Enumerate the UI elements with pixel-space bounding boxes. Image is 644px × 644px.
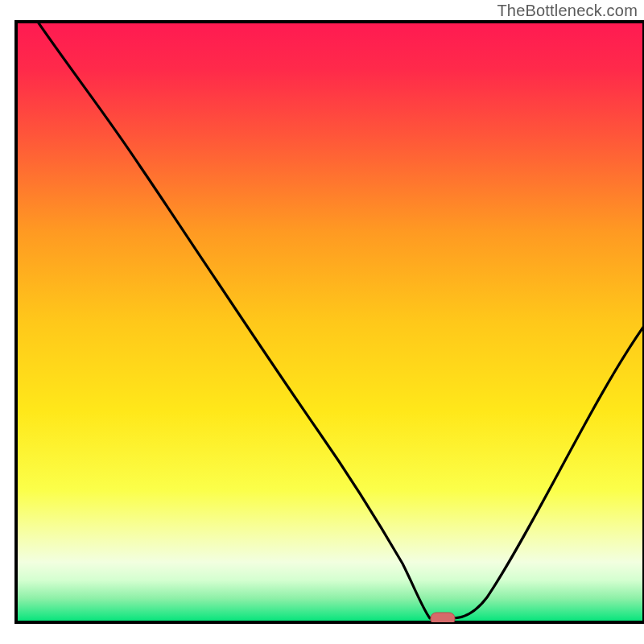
chart-container: TheBottleneck.com: [0, 0, 644, 644]
plot-frame: [16, 22, 644, 622]
watermark-text: TheBottleneck.com: [497, 2, 638, 20]
chart-svg: [0, 0, 644, 644]
gradient-background: [16, 22, 644, 622]
